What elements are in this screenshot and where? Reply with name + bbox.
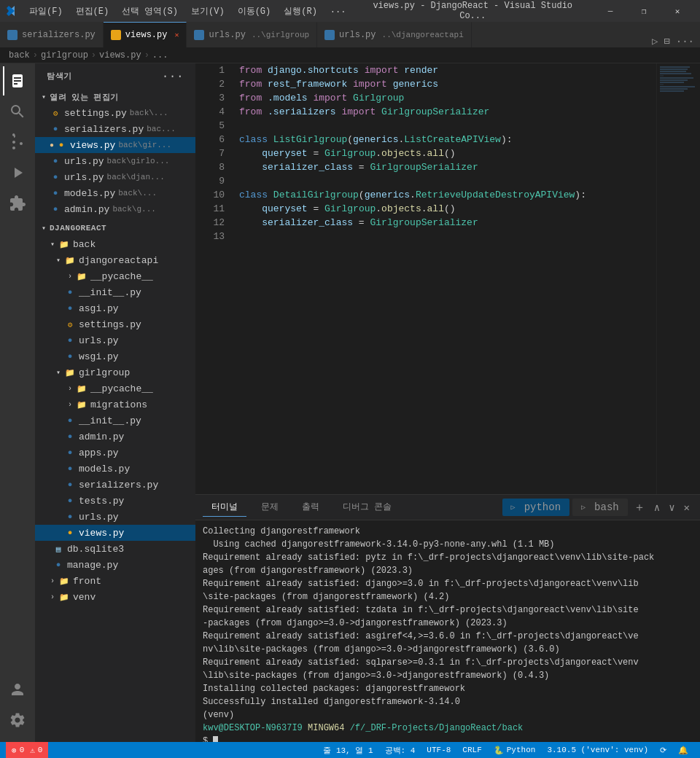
activity-source-control[interactable] bbox=[3, 128, 32, 157]
status-notifications[interactable]: ⟳ bbox=[654, 742, 672, 758]
file-init2[interactable]: ● __init__.py bbox=[35, 413, 195, 429]
file-manage[interactable]: ● manage.py bbox=[35, 557, 195, 573]
open-file-urls2[interactable]: ● urls.py back\djan... bbox=[35, 169, 195, 185]
file-models-label: models.py bbox=[79, 464, 130, 474]
menu-bar[interactable]: 파일(F) 편집(E) 선택 영역(S) 보기(V) 이동(G) 실행(R) .… bbox=[23, 4, 351, 19]
status-line-ending[interactable]: CRLF bbox=[456, 742, 487, 758]
code-editor[interactable]: 1 2 3 4 5 6 7 8 9 10 11 12 13 from djang… bbox=[195, 63, 700, 494]
menu-file[interactable]: 파일(F) bbox=[23, 4, 69, 19]
status-errors[interactable]: ⊗ 0 ⚠ 0 bbox=[6, 742, 48, 758]
open-file-admin[interactable]: ● admin.py back\g... bbox=[35, 201, 195, 217]
folder-migrations[interactable]: › 📁 migrations bbox=[35, 396, 195, 413]
split-editor-button[interactable]: ⊟ bbox=[664, 35, 669, 47]
breadcrumb-file[interactable]: views.py bbox=[99, 50, 141, 60]
tab-urls2[interactable]: urls.py ..\djangoreactapi bbox=[317, 22, 472, 47]
term-line-8: Installing collected packages: djangores… bbox=[203, 682, 693, 695]
panel-chevron-up[interactable]: ∧ bbox=[651, 500, 663, 515]
window-controls[interactable]: — ❐ ✕ bbox=[594, 0, 694, 22]
folder-venv[interactable]: › 📁 venv bbox=[35, 589, 195, 605]
open-file-settings[interactable]: ⚙ settings.py back\... bbox=[35, 105, 195, 121]
folder-girlgroup[interactable]: ▾ 📁 girlgroup bbox=[35, 364, 195, 380]
file-settings[interactable]: ⚙ settings.py bbox=[35, 316, 195, 332]
activity-extensions[interactable] bbox=[3, 189, 32, 218]
file-models[interactable]: ● models.py bbox=[35, 461, 195, 477]
open-editors-section[interactable]: ▾ 열려 있는 편집기 bbox=[35, 89, 195, 105]
file-views[interactable]: ● views.py bbox=[35, 525, 195, 541]
panel-close-button[interactable]: ✕ bbox=[681, 500, 693, 515]
file-urls-django[interactable]: ● urls.py bbox=[35, 332, 195, 348]
breadcrumb-more[interactable]: ... bbox=[152, 50, 168, 60]
menu-run[interactable]: 실행(R) bbox=[278, 4, 323, 19]
tab-close-views[interactable]: ✕ bbox=[174, 31, 179, 39]
breadcrumb-sep1: › bbox=[33, 50, 38, 60]
file-tests[interactable]: ● tests.py bbox=[35, 493, 195, 509]
folder-migrations-arrow: › bbox=[64, 401, 76, 409]
file-apps-icon: ● bbox=[64, 447, 76, 458]
breadcrumb-girlgroup[interactable]: girlgroup bbox=[41, 50, 88, 60]
file-admin[interactable]: ● admin.py bbox=[35, 429, 195, 445]
panel-tab-debug[interactable]: 디버그 콘솔 bbox=[334, 498, 400, 517]
activity-search[interactable] bbox=[3, 97, 32, 126]
terminal-content[interactable]: Collecting djangorestframework Using cac… bbox=[195, 520, 700, 742]
panel-tab-problems[interactable]: 문제 bbox=[252, 498, 287, 517]
activity-explorer[interactable] bbox=[3, 66, 32, 95]
tab-urls1[interactable]: urls.py ..\girlgroup bbox=[187, 22, 317, 47]
breadcrumb-back[interactable]: back bbox=[9, 50, 30, 60]
terminal-python-label: python bbox=[521, 500, 564, 515]
term-line-5: Requirement already satisfied: tzdata in… bbox=[203, 603, 693, 630]
file-urls-girlgroup[interactable]: ● urls.py bbox=[35, 509, 195, 525]
menu-select[interactable]: 선택 영역(S) bbox=[116, 4, 184, 19]
status-line-col[interactable]: 줄 13, 열 1 bbox=[317, 742, 378, 758]
folder-pycache1[interactable]: › 📁 __pycache__ bbox=[35, 268, 195, 284]
close-button[interactable]: ✕ bbox=[661, 0, 694, 22]
file-init1[interactable]: ● __init__.py bbox=[35, 284, 195, 300]
status-encoding[interactable]: UTF-8 bbox=[421, 742, 456, 758]
terminal-python[interactable]: ▷ python bbox=[502, 499, 569, 516]
tab-icon-views bbox=[111, 30, 121, 40]
file-apps[interactable]: ● apps.py bbox=[35, 445, 195, 461]
terminal-bash[interactable]: ▷ bash bbox=[572, 499, 628, 516]
folder-front[interactable]: › 📁 front bbox=[35, 573, 195, 589]
code-content[interactable]: from django.shortcuts import render from… bbox=[232, 63, 656, 494]
file-init2-label: __init__.py bbox=[79, 415, 141, 426]
panel-tab-terminal[interactable]: 터미널 bbox=[203, 498, 246, 517]
folder-djangoreactapi-label: djangoreactapi bbox=[79, 255, 158, 266]
open-file-models[interactable]: ● models.py back\... bbox=[35, 185, 195, 201]
status-language[interactable]: 🐍 Python bbox=[488, 742, 542, 758]
activity-account[interactable] bbox=[3, 675, 32, 704]
more-actions-button[interactable]: ··· bbox=[676, 36, 694, 47]
file-wsgi[interactable]: ● wsgi.py bbox=[35, 348, 195, 364]
menu-view[interactable]: 보기(V) bbox=[185, 4, 230, 19]
status-spaces[interactable]: 공백: 4 bbox=[379, 742, 421, 758]
panel-tab-output[interactable]: 출력 bbox=[293, 498, 328, 517]
file-urls-django-icon: ● bbox=[64, 335, 76, 346]
file-asgi[interactable]: ● asgi.py bbox=[35, 300, 195, 316]
minimize-button[interactable]: — bbox=[594, 0, 627, 22]
file-init1-icon: ● bbox=[64, 286, 76, 298]
panel-add-button[interactable]: ＋ bbox=[631, 499, 648, 517]
menu-go[interactable]: 이동(G) bbox=[232, 4, 277, 19]
maximize-button[interactable]: ❐ bbox=[627, 0, 661, 22]
folder-pycache2[interactable]: › 📁 __pycache__ bbox=[35, 380, 195, 396]
folder-back[interactable]: ▾ 📁 back bbox=[35, 236, 195, 252]
tab-views[interactable]: views.py ✕ bbox=[104, 22, 187, 47]
folder-djangoreactapi[interactable]: ▾ 📁 djangoreactapi bbox=[35, 252, 195, 268]
status-python-version[interactable]: 3.10.5 ('venv': venv) bbox=[541, 742, 654, 758]
activity-run[interactable] bbox=[3, 158, 32, 187]
project-root[interactable]: ▾ DJANGOREACT bbox=[35, 220, 195, 236]
file-db-sqlite[interactable]: ▤ db.sqlite3 bbox=[35, 541, 195, 557]
menu-more[interactable]: ... bbox=[324, 4, 352, 19]
open-file-urls1[interactable]: ● urls.py back\girlo... bbox=[35, 153, 195, 169]
tab-serializers[interactable]: serializers.py bbox=[0, 22, 104, 47]
panel-chevron-down[interactable]: ∨ bbox=[666, 500, 677, 515]
folder-front-label: front bbox=[73, 576, 101, 587]
file-serializers[interactable]: ● serializers.py bbox=[35, 477, 195, 493]
activity-settings[interactable] bbox=[3, 706, 32, 735]
status-bell[interactable]: 🔔 bbox=[672, 742, 694, 758]
sidebar-more-button[interactable]: ··· bbox=[162, 70, 184, 83]
open-file-views[interactable]: ● ● views.py back\gir... bbox=[35, 137, 195, 153]
run-button[interactable]: ▷ bbox=[652, 35, 658, 47]
menu-edit[interactable]: 편집(E) bbox=[70, 4, 115, 19]
folder-back-arrow: ▾ bbox=[47, 240, 58, 249]
open-file-serializers[interactable]: ● serializers.py bac... bbox=[35, 121, 195, 137]
